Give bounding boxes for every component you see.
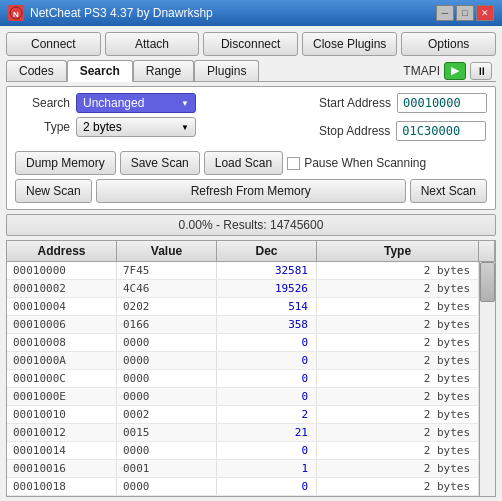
type-value: 2 bytes [83,120,122,134]
tab-plugins[interactable]: Plugins [194,60,259,81]
search-field-row: Search Unchanged ▼ [15,93,311,113]
table-row[interactable]: 0001000E 0000 0 2 bytes [7,388,479,406]
close-button[interactable]: ✕ [476,5,494,21]
cell-type: 2 bytes [317,388,479,405]
stop-addr-input[interactable] [396,121,486,141]
search-dropdown[interactable]: Unchanged ▼ [76,93,196,113]
start-addr-input[interactable] [397,93,487,113]
pause-icon: ⏸ [476,65,487,77]
table-row[interactable]: 00010010 0002 2 2 bytes [7,406,479,424]
pause-scanning-label: Pause When Scanning [304,156,426,170]
header-dec: Dec [217,241,317,261]
results-table-header: Address Value Dec Type [7,241,495,262]
close-plugins-button[interactable]: Close Plugins [302,32,397,56]
cell-address: 00010010 [7,406,117,423]
tab-search[interactable]: Search [67,60,133,82]
cell-type: 2 bytes [317,460,479,477]
action-row-1: Dump Memory Save Scan Load Scan Pause Wh… [15,151,487,175]
cell-dec: 0 [217,334,317,351]
type-dropdown[interactable]: 2 bytes ▼ [76,117,196,137]
search-value: Unchanged [83,96,144,110]
start-addr-label: Start Address [319,96,391,110]
cell-type: 2 bytes [317,478,479,495]
cell-address: 0001000E [7,388,117,405]
connect-button[interactable]: Connect [6,32,101,56]
tab-range[interactable]: Range [133,60,194,81]
cell-address: 00010014 [7,442,117,459]
next-scan-button[interactable]: Next Scan [410,179,487,203]
table-row[interactable]: 00010002 4C46 19526 2 bytes [7,280,479,298]
cell-dec: 0 [217,478,317,495]
refresh-memory-button[interactable]: Refresh From Memory [96,179,406,203]
cell-value: 0002 [117,406,217,423]
cell-value: 0000 [117,478,217,495]
main-content: Connect Attach Disconnect Close Plugins … [0,26,502,501]
cell-dec: 1 [217,460,317,477]
cell-address: 0001000A [7,352,117,369]
status-text: 0.00% - Results: 14745600 [179,218,324,232]
svg-text:N: N [13,10,19,19]
cell-address: 00010018 [7,478,117,495]
tmapi-area: TMAPI ▶ ⏸ [403,62,496,80]
cell-dec: 0 [217,370,317,387]
load-scan-button[interactable]: Load Scan [204,151,283,175]
window-title: NetCheat PS3 4.37 by Dnawrkshp [30,6,213,20]
table-row[interactable]: 0001000C 0000 0 2 bytes [7,370,479,388]
pause-button[interactable]: ⏸ [470,62,492,80]
cell-type: 2 bytes [317,280,479,297]
table-row[interactable]: 00010006 0166 358 2 bytes [7,316,479,334]
cell-type: 2 bytes [317,442,479,459]
table-row[interactable]: 00010014 0000 0 2 bytes [7,442,479,460]
table-row[interactable]: 00010012 0015 21 2 bytes [7,424,479,442]
table-row[interactable]: 00010008 0000 0 2 bytes [7,334,479,352]
cell-type: 2 bytes [317,352,479,369]
tab-codes[interactable]: Codes [6,60,67,81]
scrollbar-thumb[interactable] [480,262,495,302]
tmapi-label: TMAPI [403,64,440,78]
cell-dec: 0 [217,442,317,459]
save-scan-button[interactable]: Save Scan [120,151,200,175]
cell-value: 0015 [117,424,217,441]
header-address: Address [7,241,117,261]
table-row[interactable]: 00010018 0000 0 2 bytes [7,478,479,496]
cell-type: 2 bytes [317,262,479,279]
cell-address: 00010002 [7,280,117,297]
minimize-button[interactable]: ─ [436,5,454,21]
maximize-button[interactable]: □ [456,5,474,21]
options-button[interactable]: Options [401,32,496,56]
table-row[interactable]: 00010004 0202 514 2 bytes [7,298,479,316]
status-bar: 0.00% - Results: 14745600 [6,214,496,236]
cell-address: 00010004 [7,298,117,315]
cell-address: 00010012 [7,424,117,441]
type-label: Type [15,120,70,134]
play-button[interactable]: ▶ [444,62,466,80]
cell-value: 0000 [117,334,217,351]
cell-value: 0000 [117,370,217,387]
cell-type: 2 bytes [317,424,479,441]
results-table: Address Value Dec Type 00010000 7F45 325… [6,240,496,497]
cell-dec: 0 [217,388,317,405]
play-icon: ▶ [451,64,459,77]
cell-value: 4C46 [117,280,217,297]
new-scan-button[interactable]: New Scan [15,179,92,203]
app-icon: N [8,5,24,21]
pause-scanning-area: Pause When Scanning [287,156,426,170]
disconnect-button[interactable]: Disconnect [203,32,298,56]
table-row[interactable]: 0001000A 0000 0 2 bytes [7,352,479,370]
table-row[interactable]: 00010000 7F45 32581 2 bytes [7,262,479,280]
results-scrollbar[interactable] [479,262,495,496]
attach-button[interactable]: Attach [105,32,200,56]
results-body[interactable]: 00010000 7F45 32581 2 bytes 00010002 4C4… [7,262,479,496]
cell-type: 2 bytes [317,316,479,333]
cell-address: 00010000 [7,262,117,279]
cell-value: 0166 [117,316,217,333]
cell-type: 2 bytes [317,334,479,351]
dump-memory-button[interactable]: Dump Memory [15,151,116,175]
tabs-row: Codes Search Range Plugins TMAPI ▶ ⏸ [6,60,496,82]
cell-value: 0000 [117,352,217,369]
table-row[interactable]: 00010016 0001 1 2 bytes [7,460,479,478]
search-panel: Search Unchanged ▼ Type 2 bytes ▼ [6,86,496,210]
pause-scanning-checkbox[interactable] [287,157,300,170]
cell-address: 0001000C [7,370,117,387]
header-scroll-spacer [479,241,495,261]
